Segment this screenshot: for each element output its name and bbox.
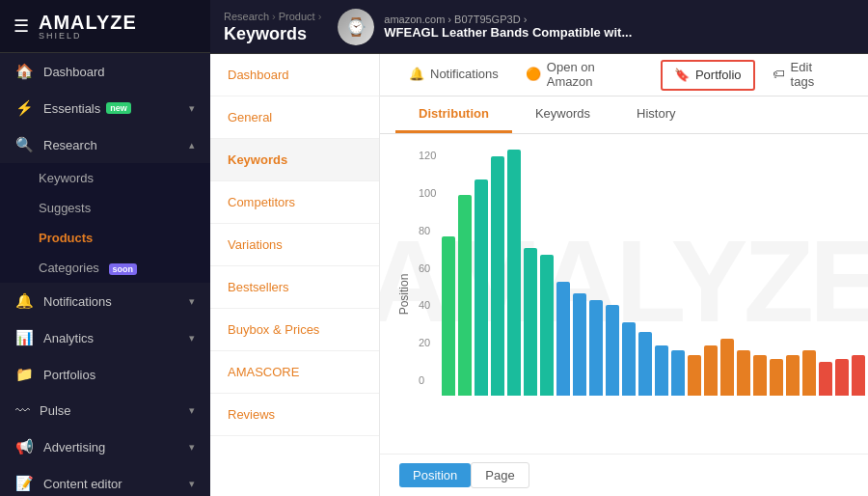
chart-bar <box>737 350 750 396</box>
chart-area: AMALYZE Position 0 20 40 60 80 100 120 <box>380 134 868 454</box>
sidebar-label-essentials: Essentials <box>43 101 100 116</box>
action-tab-notifications-label: Notifications <box>430 67 499 81</box>
content-editor-icon: 📝 <box>15 475 34 492</box>
chart-bars <box>428 150 849 396</box>
second-sidebar-item-buybox[interactable]: Buybox & Prices <box>210 309 379 351</box>
action-tab-portfolio[interactable]: 🔖 Portfolio <box>661 60 755 91</box>
action-tab-notifications[interactable]: 🔔 Notifications <box>395 54 512 96</box>
second-sidebar: Dashboard General Keywords Competitors V… <box>210 54 380 496</box>
chevron-down-icon: ▾ <box>189 102 195 115</box>
product-thumbnail: ⌚ <box>338 9 374 45</box>
chart-bar <box>720 339 734 396</box>
chevron-down-icon: ▾ <box>189 441 195 454</box>
bottom-tab-page[interactable]: Page <box>471 462 529 488</box>
chevron-down-icon: ▾ <box>189 332 195 344</box>
chevron-down-icon: ▾ <box>189 295 195 308</box>
content-panel: 🔔 Notifications 🟠 Open on Amazon 🔖 Portf… <box>380 54 868 496</box>
sidebar-label-analytics: Analytics <box>43 331 94 345</box>
chart-bar <box>524 248 537 396</box>
second-sidebar-item-competitors[interactable]: Competitors <box>210 181 379 224</box>
portfolios-icon: 📁 <box>15 366 34 383</box>
page-title: Keywords <box>224 24 324 44</box>
second-sidebar-item-keywords[interactable]: Keywords <box>210 139 379 181</box>
chart-bar <box>835 359 849 396</box>
sidebar-item-pulse[interactable]: 〰 Pulse ▾ <box>0 393 210 428</box>
inner-tab-distribution[interactable]: Distribution <box>395 96 512 133</box>
bottom-tab-position[interactable]: Position <box>399 463 471 487</box>
chevron-down-icon: ▾ <box>189 478 195 490</box>
categories-soon-badge: soon <box>109 263 138 275</box>
sidebar-item-portfolios[interactable]: 📁 Portfolios <box>0 356 210 393</box>
action-tab-edit-tags[interactable]: 🏷 Edit tags <box>759 54 853 96</box>
home-icon: 🏠 <box>15 63 34 80</box>
chart-bar <box>507 150 521 396</box>
sidebar-item-content-editor[interactable]: 📝 Content editor ▾ <box>0 465 210 496</box>
inner-tabs-bar: Distribution Keywords History <box>380 96 868 134</box>
chart-bar <box>540 255 554 396</box>
inner-tab-history[interactable]: History <box>613 96 698 133</box>
second-sidebar-item-variations[interactable]: Variations <box>210 224 379 266</box>
bell-icon: 🔔 <box>409 67 424 81</box>
chart-bar <box>589 300 603 396</box>
chart-bar <box>671 350 685 396</box>
chart-bar <box>786 355 800 397</box>
portfolio-icon: 🔖 <box>674 68 690 82</box>
sidebar-item-advertising[interactable]: 📢 Advertising ▾ <box>0 428 210 465</box>
action-tab-edit-tags-label: Edit tags <box>791 60 839 89</box>
topbar: Research › Product › Keywords ⌚ amazon.c… <box>210 0 868 54</box>
notifications-icon: 🔔 <box>15 292 34 310</box>
essentials-new-badge: new <box>106 102 131 114</box>
sidebar-item-essentials[interactable]: ⚡ Essentials new ▾ <box>0 90 210 126</box>
sidebar-label-dashboard: Dashboard <box>43 65 105 79</box>
action-tab-amazon-label: Open on Amazon <box>547 60 643 89</box>
second-sidebar-item-amascore[interactable]: AMASCORE <box>210 351 379 394</box>
bottom-controls: Position Page <box>380 454 868 496</box>
sidebar-sub-categories[interactable]: Categories soon <box>0 253 210 283</box>
logo: AMALYZE SHIELD <box>39 12 137 41</box>
tag-icon: 🏷 <box>773 67 785 81</box>
sidebar-item-notifications[interactable]: 🔔 Notifications ▾ <box>0 283 210 319</box>
chart-bar <box>556 282 570 396</box>
chevron-down-icon: ▾ <box>189 404 195 417</box>
sidebar-label-advertising: Advertising <box>43 440 105 455</box>
chart-bar <box>606 305 619 396</box>
second-sidebar-item-bestsellers[interactable]: Bestsellers <box>210 266 379 309</box>
left-sidebar: ☰ AMALYZE SHIELD 🏠 Dashboard ⚡ Essential… <box>0 0 210 496</box>
main-area: Research › Product › Keywords ⌚ amazon.c… <box>210 0 868 496</box>
chart-bar <box>819 362 832 396</box>
sidebar-sub-suggests[interactable]: Suggests <box>0 193 210 223</box>
chart-bar <box>688 355 701 397</box>
action-tabs-bar: 🔔 Notifications 🟠 Open on Amazon 🔖 Portf… <box>380 54 868 96</box>
chart-bar <box>458 195 472 396</box>
breadcrumb-research: Research <box>224 11 269 22</box>
chevron-up-icon: ▴ <box>189 139 195 152</box>
chart-bar <box>622 322 636 396</box>
chart-bar <box>491 156 504 396</box>
sidebar-item-dashboard[interactable]: 🏠 Dashboard <box>0 53 210 90</box>
chart-bar <box>704 345 718 396</box>
pulse-icon: 〰 <box>15 402 30 419</box>
action-tab-portfolio-label: Portfolio <box>695 68 742 82</box>
chart-bar <box>655 345 668 396</box>
amazon-icon: 🟠 <box>526 67 541 81</box>
chart-bar <box>442 236 455 396</box>
sidebar-sub-keywords[interactable]: Keywords <box>0 163 210 193</box>
research-icon: 🔍 <box>15 136 34 153</box>
sidebar-item-research[interactable]: 🔍 Research ▴ <box>0 126 210 163</box>
sidebar-item-analytics[interactable]: 📊 Analytics ▾ <box>0 319 210 356</box>
sidebar-sub-products[interactable]: Products <box>0 223 210 253</box>
chart-bar <box>852 355 865 397</box>
second-sidebar-item-reviews[interactable]: Reviews <box>210 394 379 436</box>
advertising-icon: 📢 <box>15 438 34 455</box>
hamburger-icon[interactable]: ☰ <box>14 15 29 37</box>
second-sidebar-item-dashboard[interactable]: Dashboard <box>210 54 379 96</box>
logo-area: ☰ AMALYZE SHIELD <box>0 0 210 53</box>
second-sidebar-item-general[interactable]: General <box>210 96 379 139</box>
chart-bar <box>573 293 586 396</box>
action-tab-open-amazon[interactable]: 🟠 Open on Amazon <box>512 54 657 96</box>
product-details: amazon.com › B07T95GP3D › WFEAGL Leather… <box>384 14 632 40</box>
chart-bar <box>753 355 767 397</box>
chart-bar <box>770 359 783 396</box>
sidebar-label-content-editor: Content editor <box>43 477 122 491</box>
inner-tab-keywords[interactable]: Keywords <box>512 96 613 133</box>
